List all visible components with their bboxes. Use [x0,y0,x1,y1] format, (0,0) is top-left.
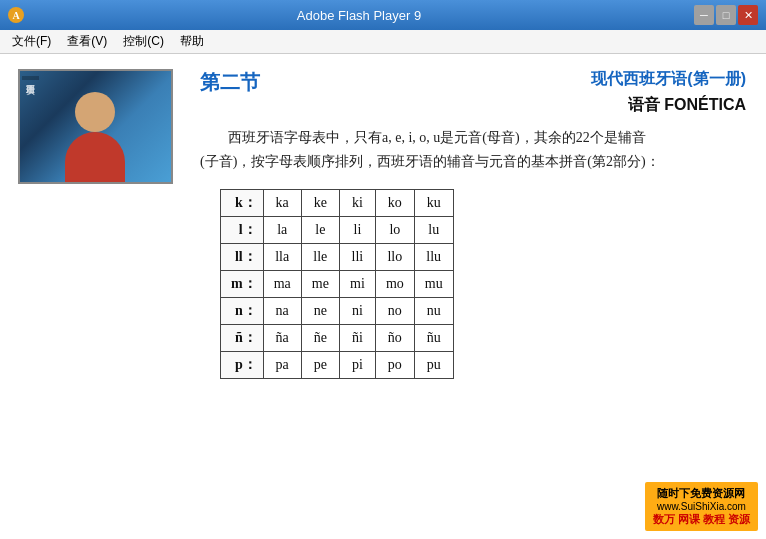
menu-bar: 文件(F) 查看(V) 控制(C) 帮助 [0,30,766,54]
person-body [65,132,125,182]
section-title: 第二节 [200,69,260,96]
app-icon: A [8,7,24,23]
syllable-cell: la [263,216,301,243]
description-line2: (子音)，按字母表顺序排列，西班牙语的辅音与元音的基本拼音(第2部分)： [200,154,660,169]
consonant-cell: p： [221,351,264,378]
consonant-cell: l： [221,216,264,243]
close-button[interactable]: ✕ [738,5,758,25]
description-line1: 西班牙语字母表中，只有a, e, i, o, u是元音(母音)，其余的22个是辅… [228,130,646,145]
syllable-cell: lo [375,216,414,243]
syllable-cell: ñi [339,324,375,351]
menu-view[interactable]: 查看(V) [59,31,115,52]
phonetics-table: k：kakekikokul：lalelilolull：llallellillol… [220,189,454,379]
book-title: 现代西班牙语(第一册) [591,69,746,90]
syllable-cell: ña [263,324,301,351]
consonant-cell: ll： [221,243,264,270]
syllable-cell: pa [263,351,301,378]
syllable-cell: ñu [414,324,453,351]
syllable-cell: pe [301,351,339,378]
syllable-cell: ño [375,324,414,351]
syllable-cell: lu [414,216,453,243]
video-overlay-text: 实用西班牙语 [22,76,39,80]
watermark-line1: 随时下免费资源网 [653,486,750,501]
subtitle: 语音 FONÉTICA [591,95,746,116]
table-row: m：mamemimomu [221,270,454,297]
book-info: 现代西班牙语(第一册) 语音 FONÉTICA [591,69,746,116]
watermark-line2: www.SuiShiXia.com [653,501,750,512]
syllable-cell: lle [301,243,339,270]
menu-control[interactable]: 控制(C) [115,31,172,52]
main-content: 第二节 现代西班牙语(第一册) 语音 FONÉTICA 西班牙语字母表中，只有a… [190,54,766,539]
consonant-cell: n： [221,297,264,324]
consonant-cell: ñ： [221,324,264,351]
title-bar-center: Adobe Flash Player 9 [24,6,694,24]
syllable-cell: ne [301,297,339,324]
syllable-cell: pi [339,351,375,378]
left-panel: 实用西班牙语 [0,54,190,539]
syllable-cell: llu [414,243,453,270]
table-row: k：kakekikoku [221,189,454,216]
syllable-cell: ko [375,189,414,216]
content-area: 实用西班牙语 第二节 现代西班牙语(第一册) 语音 FONÉTICA 西班牙语字… [0,54,766,539]
syllable-cell: no [375,297,414,324]
window-controls: ─ □ ✕ [694,5,758,25]
table-row: p：papepipopu [221,351,454,378]
syllable-cell: mo [375,270,414,297]
maximize-button[interactable]: □ [716,5,736,25]
syllable-cell: li [339,216,375,243]
syllable-cell: na [263,297,301,324]
watermark-line3: 数万 网课 教程 资源 [653,512,750,527]
syllable-cell: ku [414,189,453,216]
syllable-cell: llo [375,243,414,270]
syllable-cell: ka [263,189,301,216]
syllable-cell: ni [339,297,375,324]
title-bar-left: A [8,7,24,23]
syllable-cell: ki [339,189,375,216]
table-row: ll：llallellillollu [221,243,454,270]
syllable-cell: ke [301,189,339,216]
watermark: 随时下免费资源网 www.SuiShiXia.com 数万 网课 教程 资源 [645,482,758,531]
syllable-cell: nu [414,297,453,324]
syllable-cell: me [301,270,339,297]
syllable-cell: lli [339,243,375,270]
menu-help[interactable]: 帮助 [172,31,212,52]
syllable-cell: ñe [301,324,339,351]
description: 西班牙语字母表中，只有a, e, i, o, u是元音(母音)，其余的22个是辅… [200,126,746,174]
table-row: l：lalelilolu [221,216,454,243]
section-header: 第二节 现代西班牙语(第一册) 语音 FONÉTICA [200,69,746,116]
consonant-cell: k： [221,189,264,216]
consonant-cell: m： [221,270,264,297]
minimize-button[interactable]: ─ [694,5,714,25]
person-head [75,92,115,132]
person-figure [65,92,125,182]
window-title: Adobe Flash Player 9 [297,8,421,23]
syllable-cell: mi [339,270,375,297]
syllable-cell: lla [263,243,301,270]
syllable-cell: le [301,216,339,243]
syllable-cell: pu [414,351,453,378]
table-row: n：naneninonu [221,297,454,324]
menu-file[interactable]: 文件(F) [4,31,59,52]
title-bar: A Adobe Flash Player 9 ─ □ ✕ [0,0,766,30]
table-row: ñ：ñañeñiñoñu [221,324,454,351]
syllable-cell: po [375,351,414,378]
video-thumbnail[interactable]: 实用西班牙语 [18,69,173,184]
syllable-cell: mu [414,270,453,297]
syllable-cell: ma [263,270,301,297]
